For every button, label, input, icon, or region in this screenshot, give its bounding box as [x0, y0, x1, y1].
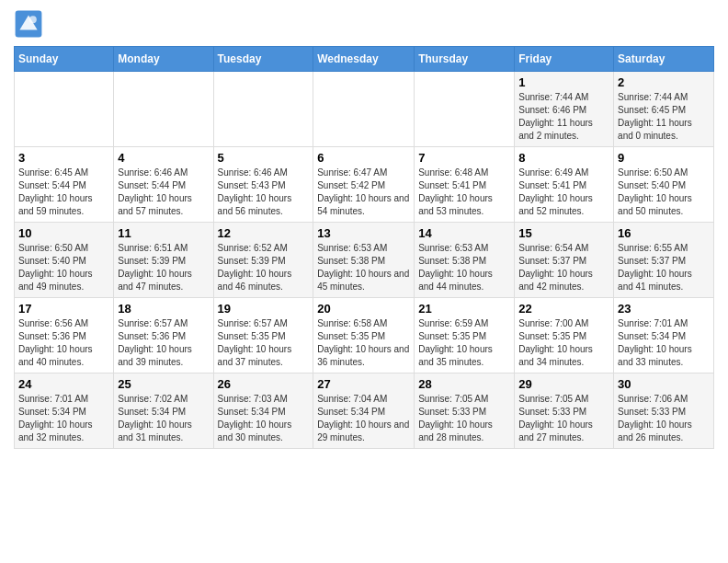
day-info: Sunrise: 6:55 AM Sunset: 5:37 PM Dayligh…	[618, 242, 710, 293]
day-number: 17	[18, 302, 109, 316]
day-cell: 18Sunrise: 6:57 AM Sunset: 5:36 PM Dayli…	[114, 298, 213, 373]
column-header-thursday: Thursday	[415, 47, 515, 72]
column-header-wednesday: Wednesday	[313, 47, 415, 72]
day-cell: 17Sunrise: 6:56 AM Sunset: 5:36 PM Dayli…	[15, 298, 114, 373]
day-number: 18	[118, 302, 209, 316]
day-info: Sunrise: 7:04 AM Sunset: 5:34 PM Dayligh…	[317, 393, 410, 444]
day-info: Sunrise: 6:59 AM Sunset: 5:35 PM Dayligh…	[418, 317, 510, 369]
day-info: Sunrise: 6:54 AM Sunset: 5:37 PM Dayligh…	[518, 242, 609, 293]
day-number: 23	[618, 302, 710, 316]
day-info: Sunrise: 6:50 AM Sunset: 5:40 PM Dayligh…	[618, 167, 710, 218]
day-number: 15	[518, 226, 609, 240]
day-cell: 22Sunrise: 7:00 AM Sunset: 5:35 PM Dayli…	[515, 298, 614, 373]
day-cell: 8Sunrise: 6:49 AM Sunset: 5:41 PM Daylig…	[515, 147, 614, 223]
day-number: 2	[618, 75, 710, 89]
day-info: Sunrise: 6:49 AM Sunset: 5:41 PM Dayligh…	[518, 167, 609, 218]
day-number: 3	[18, 151, 109, 165]
day-cell: 9Sunrise: 6:50 AM Sunset: 5:40 PM Daylig…	[614, 147, 714, 223]
day-info: Sunrise: 6:47 AM Sunset: 5:42 PM Dayligh…	[317, 167, 410, 218]
day-cell: 6Sunrise: 6:47 AM Sunset: 5:42 PM Daylig…	[313, 147, 415, 223]
day-cell: 3Sunrise: 6:45 AM Sunset: 5:44 PM Daylig…	[15, 147, 114, 223]
day-number: 27	[317, 377, 410, 391]
day-info: Sunrise: 6:50 AM Sunset: 5:40 PM Dayligh…	[18, 242, 109, 293]
day-cell: 16Sunrise: 6:55 AM Sunset: 5:37 PM Dayli…	[614, 223, 714, 298]
day-info: Sunrise: 6:52 AM Sunset: 5:39 PM Dayligh…	[218, 242, 310, 293]
day-number: 24	[18, 377, 109, 391]
day-cell: 15Sunrise: 6:54 AM Sunset: 5:37 PM Dayli…	[515, 223, 614, 298]
day-cell: 20Sunrise: 6:58 AM Sunset: 5:35 PM Dayli…	[313, 298, 415, 373]
day-number: 11	[118, 226, 209, 240]
day-info: Sunrise: 7:01 AM Sunset: 5:34 PM Dayligh…	[618, 317, 710, 369]
day-info: Sunrise: 6:48 AM Sunset: 5:41 PM Dayligh…	[418, 167, 510, 218]
day-number: 28	[418, 377, 510, 391]
week-row-1: 1Sunrise: 7:44 AM Sunset: 6:46 PM Daylig…	[15, 72, 714, 147]
day-cell	[415, 72, 515, 147]
day-cell	[213, 72, 313, 147]
week-row-2: 3Sunrise: 6:45 AM Sunset: 5:44 PM Daylig…	[15, 147, 714, 223]
day-cell: 29Sunrise: 7:05 AM Sunset: 5:33 PM Dayli…	[515, 373, 614, 449]
day-number: 21	[418, 302, 510, 316]
day-cell: 13Sunrise: 6:53 AM Sunset: 5:38 PM Dayli…	[313, 223, 415, 298]
day-cell: 7Sunrise: 6:48 AM Sunset: 5:41 PM Daylig…	[415, 147, 515, 223]
day-number: 20	[317, 302, 410, 316]
day-cell: 1Sunrise: 7:44 AM Sunset: 6:46 PM Daylig…	[515, 72, 614, 147]
day-info: Sunrise: 7:44 AM Sunset: 6:45 PM Dayligh…	[618, 91, 710, 143]
day-cell: 12Sunrise: 6:52 AM Sunset: 5:39 PM Dayli…	[213, 223, 313, 298]
logo	[14, 9, 47, 39]
day-info: Sunrise: 7:00 AM Sunset: 5:35 PM Dayligh…	[518, 317, 609, 369]
day-number: 6	[317, 151, 410, 165]
day-number: 22	[518, 302, 609, 316]
day-number: 16	[618, 226, 710, 240]
day-number: 26	[218, 377, 310, 391]
day-info: Sunrise: 6:46 AM Sunset: 5:43 PM Dayligh…	[218, 167, 310, 218]
day-cell: 10Sunrise: 6:50 AM Sunset: 5:40 PM Dayli…	[15, 223, 114, 298]
column-header-saturday: Saturday	[614, 47, 714, 72]
day-cell	[15, 72, 114, 147]
day-number: 14	[418, 226, 510, 240]
day-number: 30	[618, 377, 710, 391]
day-info: Sunrise: 6:53 AM Sunset: 5:38 PM Dayligh…	[317, 242, 410, 293]
day-number: 9	[618, 151, 710, 165]
day-cell: 24Sunrise: 7:01 AM Sunset: 5:34 PM Dayli…	[15, 373, 114, 449]
column-header-friday: Friday	[515, 47, 614, 72]
day-number: 1	[518, 75, 609, 89]
week-row-4: 17Sunrise: 6:56 AM Sunset: 5:36 PM Dayli…	[15, 298, 714, 373]
week-row-5: 24Sunrise: 7:01 AM Sunset: 5:34 PM Dayli…	[15, 373, 714, 449]
day-cell: 11Sunrise: 6:51 AM Sunset: 5:39 PM Dayli…	[114, 223, 213, 298]
day-number: 10	[18, 226, 109, 240]
svg-point-2	[29, 16, 37, 23]
day-info: Sunrise: 7:06 AM Sunset: 5:33 PM Dayligh…	[618, 393, 710, 444]
day-cell	[313, 72, 415, 147]
column-header-monday: Monday	[114, 47, 213, 72]
header-row: SundayMondayTuesdayWednesdayThursdayFrid…	[15, 47, 714, 72]
week-row-3: 10Sunrise: 6:50 AM Sunset: 5:40 PM Dayli…	[15, 223, 714, 298]
calendar-header: SundayMondayTuesdayWednesdayThursdayFrid…	[15, 47, 714, 72]
logo-icon	[14, 9, 43, 39]
day-number: 7	[418, 151, 510, 165]
calendar-table: SundayMondayTuesdayWednesdayThursdayFrid…	[14, 46, 714, 449]
day-cell: 28Sunrise: 7:05 AM Sunset: 5:33 PM Dayli…	[415, 373, 515, 449]
day-number: 29	[518, 377, 609, 391]
day-cell: 14Sunrise: 6:53 AM Sunset: 5:38 PM Dayli…	[415, 223, 515, 298]
day-number: 12	[218, 226, 310, 240]
day-info: Sunrise: 6:45 AM Sunset: 5:44 PM Dayligh…	[18, 167, 109, 218]
day-cell: 4Sunrise: 6:46 AM Sunset: 5:44 PM Daylig…	[114, 147, 213, 223]
day-cell: 2Sunrise: 7:44 AM Sunset: 6:45 PM Daylig…	[614, 72, 714, 147]
day-cell	[114, 72, 213, 147]
day-cell: 30Sunrise: 7:06 AM Sunset: 5:33 PM Dayli…	[614, 373, 714, 449]
day-info: Sunrise: 6:57 AM Sunset: 5:35 PM Dayligh…	[218, 317, 310, 369]
day-number: 13	[317, 226, 410, 240]
day-info: Sunrise: 6:58 AM Sunset: 5:35 PM Dayligh…	[317, 317, 410, 369]
day-cell: 5Sunrise: 6:46 AM Sunset: 5:43 PM Daylig…	[213, 147, 313, 223]
day-number: 25	[118, 377, 209, 391]
column-header-tuesday: Tuesday	[213, 47, 313, 72]
day-info: Sunrise: 7:05 AM Sunset: 5:33 PM Dayligh…	[418, 393, 510, 444]
day-number: 4	[118, 151, 209, 165]
day-info: Sunrise: 6:56 AM Sunset: 5:36 PM Dayligh…	[18, 317, 109, 369]
day-info: Sunrise: 6:53 AM Sunset: 5:38 PM Dayligh…	[418, 242, 510, 293]
day-info: Sunrise: 7:01 AM Sunset: 5:34 PM Dayligh…	[18, 393, 109, 444]
column-header-sunday: Sunday	[15, 47, 114, 72]
day-info: Sunrise: 7:02 AM Sunset: 5:34 PM Dayligh…	[118, 393, 209, 444]
day-number: 5	[218, 151, 310, 165]
day-cell: 19Sunrise: 6:57 AM Sunset: 5:35 PM Dayli…	[213, 298, 313, 373]
